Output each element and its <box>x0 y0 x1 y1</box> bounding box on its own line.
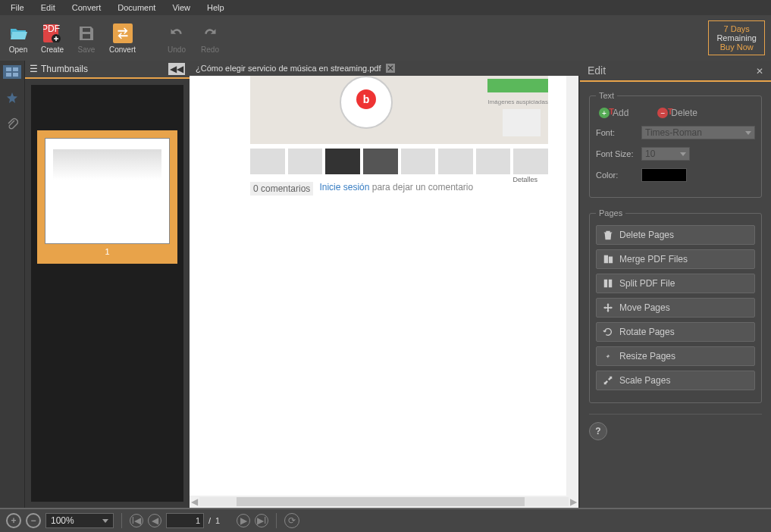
last-page-button[interactable]: ▶I <box>255 514 268 527</box>
toolbar: Open PDF Create Save Convert Undo <box>0 15 771 61</box>
resize-pages-button[interactable]: Resize Pages <box>596 346 755 366</box>
rotate-icon <box>603 327 613 337</box>
details-label: Detalles <box>512 176 538 183</box>
collapse-button[interactable]: ◀◀ <box>168 63 185 75</box>
menu-help[interactable]: Help <box>199 2 232 14</box>
create-label: Create <box>41 45 64 54</box>
menu-convert[interactable]: Convert <box>64 2 109 14</box>
save-icon <box>76 23 97 44</box>
first-page-button[interactable]: I◀ <box>130 514 143 527</box>
paperclip-icon <box>6 117 18 130</box>
chevron-left-icon: ◀◀ <box>170 64 183 74</box>
trial-days: 7 Days <box>716 24 757 33</box>
chevron-down-icon <box>102 519 108 523</box>
save-label: Save <box>78 45 96 54</box>
document-area: ¿Cómo elegir servicio de música en strea… <box>190 61 580 508</box>
next-page-button[interactable]: ▶ <box>237 514 250 527</box>
page-input[interactable] <box>166 513 204 528</box>
horizontal-scrollbar[interactable]: ◀ ▶ <box>190 496 578 508</box>
menu-file[interactable]: File <box>3 2 32 14</box>
image-row <box>250 149 548 174</box>
scroll-right-icon[interactable]: ▶ <box>570 496 577 507</box>
create-button[interactable]: PDF Create <box>39 21 65 55</box>
color-picker[interactable] <box>641 168 687 182</box>
zoom-in-button[interactable]: + <box>6 513 21 528</box>
delete-text-button[interactable]: − Delete <box>657 108 697 118</box>
redo-icon <box>199 23 221 44</box>
close-panel-button[interactable]: ✕ <box>756 64 763 77</box>
star-icon <box>6 92 18 104</box>
move-icon <box>603 302 613 313</box>
text-legend: Text <box>596 91 617 100</box>
rotate-pages-button[interactable]: Rotate Pages <box>596 322 755 342</box>
font-select[interactable]: Times-Roman <box>641 126 755 139</box>
edit-panel: Edit ✕ Text + Add − Delete <box>580 61 771 508</box>
zoom-out-button[interactable]: − <box>26 513 41 528</box>
delete-pages-button[interactable]: Delete Pages <box>596 225 755 245</box>
pdf-create-icon: PDF <box>42 23 63 44</box>
help-icon: ? <box>595 426 600 437</box>
beats-logo: b <box>356 89 376 109</box>
undo-button[interactable]: Undo <box>165 21 189 55</box>
refresh-icon: ⟳ <box>288 515 296 526</box>
open-label: Open <box>9 45 27 54</box>
comments-bar: 0 comentarios Inicie sesión para dejar u… <box>250 182 548 196</box>
split-pdf-button[interactable]: Split PDF File <box>596 274 755 293</box>
page-total: 1 <box>215 516 220 525</box>
redo-button[interactable]: Redo <box>198 21 222 55</box>
help-button[interactable]: ? <box>589 422 607 440</box>
close-icon: ✕ <box>756 66 763 77</box>
undo-icon <box>166 23 187 44</box>
document-viewport[interactable]: b Imágenes auspiciadas 0 comentarios Ini… <box>190 76 578 508</box>
convert-icon <box>112 23 133 44</box>
svg-rect-6 <box>6 73 11 77</box>
close-icon: ✕ <box>387 63 394 74</box>
menu-edit[interactable]: Edit <box>33 2 63 14</box>
thumbnails-tab[interactable] <box>3 65 21 79</box>
svg-rect-7 <box>13 73 18 77</box>
redo-label: Redo <box>201 45 219 54</box>
scroll-left-icon[interactable]: ◀ <box>191 496 198 507</box>
thumbnails-list[interactable]: 1 <box>31 85 183 502</box>
document-tab[interactable]: ¿Cómo elegir servicio de música en strea… <box>190 61 580 76</box>
folder-open-icon <box>8 23 29 44</box>
fontsize-label: Font Size: <box>596 149 641 158</box>
side-tabs <box>0 61 24 508</box>
edit-panel-title: Edit <box>588 64 606 77</box>
refresh-button[interactable]: ⟳ <box>284 513 299 528</box>
document-content: b Imágenes auspiciadas 0 comentarios Ini… <box>250 76 548 196</box>
plus-icon: + <box>11 515 16 526</box>
add-text-button[interactable]: + Add <box>599 108 628 118</box>
pages-fieldset: Pages Delete Pages Merge PDF Files Split… <box>589 208 762 403</box>
hamburger-icon: ☰ <box>30 64 38 74</box>
attachments-tab[interactable] <box>3 117 21 130</box>
save-button[interactable]: Save <box>74 21 99 55</box>
trash-icon <box>603 230 613 240</box>
zoom-select[interactable]: 100% <box>45 513 114 528</box>
thumbnails-title: Thumbnails <box>41 64 88 74</box>
prev-page-button[interactable]: ◀ <box>148 514 161 527</box>
merge-pdf-button[interactable]: Merge PDF Files <box>596 249 755 269</box>
scale-pages-button[interactable]: Scale Pages <box>596 371 755 390</box>
menu-document[interactable]: Document <box>110 2 163 14</box>
svg-rect-4 <box>6 67 11 71</box>
convert-label: Convert <box>109 45 136 54</box>
menu-view[interactable]: View <box>165 2 198 14</box>
edit-panel-header: Edit ✕ <box>580 61 771 82</box>
svg-text:PDF: PDF <box>43 24 60 34</box>
trial-buy-label: Buy Now <box>716 42 757 52</box>
open-button[interactable]: Open <box>6 21 30 55</box>
bookmarks-tab[interactable] <box>3 91 21 105</box>
close-tab-button[interactable]: ✕ <box>386 64 395 73</box>
trial-buy-now-button[interactable]: 7 Days Remaining Buy Now <box>708 20 765 55</box>
grid-icon <box>6 67 18 77</box>
convert-button[interactable]: Convert <box>108 21 137 55</box>
fontsize-select[interactable]: 10 <box>641 147 690 161</box>
download-button <box>487 79 548 92</box>
status-bar: + − 100% I◀ ◀ / 1 ▶ ▶I ⟳ <box>0 508 771 532</box>
thumbnail-page-1[interactable]: 1 <box>37 130 177 264</box>
move-pages-button[interactable]: Move Pages <box>596 298 755 318</box>
text-fieldset: Text + Add − Delete Font: Times-Roman <box>589 91 762 198</box>
vertical-scrollbar[interactable] <box>566 76 578 496</box>
chevron-down-icon <box>745 131 751 135</box>
